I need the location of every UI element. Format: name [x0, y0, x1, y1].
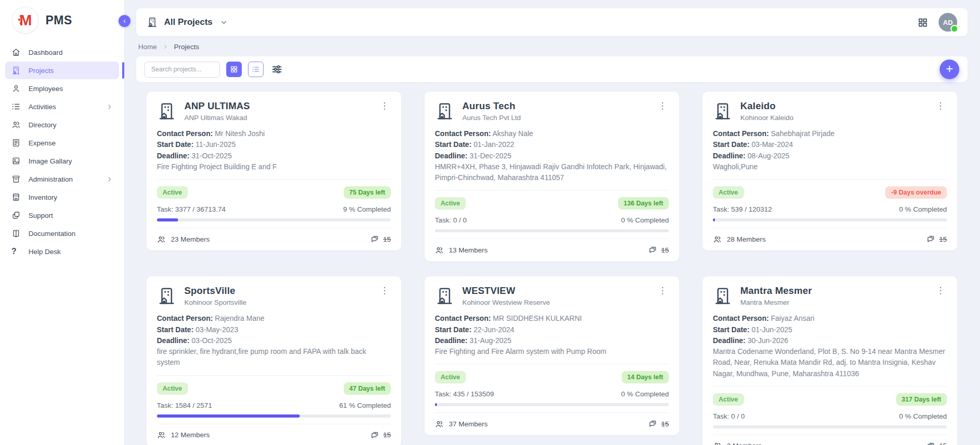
progress-bar	[157, 218, 391, 221]
search-input[interactable]	[144, 62, 220, 78]
sidebar-item-label: Activities	[28, 103, 56, 111]
sidebar-item-label: Help Desk	[28, 248, 61, 256]
project-card[interactable]: ANP ULTIMAS ANP Ultimas Wakad ⋮ Contact …	[147, 92, 401, 250]
sidebar-item-inventory[interactable]: Inventory	[5, 188, 119, 206]
comments-count[interactable]: 15	[648, 245, 669, 255]
sidebar-item-documentation[interactable]: Documentation	[5, 225, 119, 242]
main-content: All Projects AD Home Projects + ANP ULTI…	[125, 0, 980, 445]
sidebar-item-label: Inventory	[28, 194, 57, 201]
contact-person-line: Contact Person: MR SIDDHESH KULKARNI	[435, 313, 669, 324]
kebab-menu-icon[interactable]: ⋮	[378, 285, 391, 296]
comments-count[interactable]: 15	[926, 441, 947, 445]
project-subtitle: Mantra Mesmer	[740, 299, 812, 306]
deadline-line: Deadline: 03-Oct-2025	[157, 335, 391, 346]
kebab-menu-icon[interactable]: ⋮	[934, 285, 947, 296]
projects-grid: ANP ULTIMAS ANP Ultimas Wakad ⋮ Contact …	[147, 92, 957, 445]
sidebar-item-support[interactable]: Support	[5, 206, 119, 224]
start-date-line: Start Date: 22-Jun-2024	[435, 324, 669, 335]
project-card[interactable]: WESTVIEW Kohinoor Westview Reserve ⋮ Con…	[425, 276, 679, 435]
sidebar-collapse-button[interactable]: ‹	[119, 15, 130, 27]
members-count: 37 Members	[435, 420, 488, 428]
kebab-menu-icon[interactable]: ⋮	[378, 100, 391, 111]
sidebar-item-label: Employees	[28, 85, 63, 93]
project-card[interactable]: Aurus Tech Aurus Tech Pvt Ltd ⋮ Contact …	[425, 92, 679, 261]
projects-toolbar: +	[136, 56, 968, 82]
image-icon	[11, 156, 21, 166]
start-date-line: Start Date: 11-Jun-2025	[157, 139, 391, 150]
progress-bar	[435, 403, 669, 406]
project-description: HMRR+4XH, Phase 3, Hinjawadi Rajiv Gandh…	[435, 161, 669, 184]
comments-count[interactable]: 15	[370, 431, 391, 440]
project-subtitle: Kohinoor Westview Reserve	[462, 299, 550, 306]
app-title: PMS	[46, 13, 72, 27]
chevron-down-icon	[220, 19, 228, 26]
project-subtitle: Kohinoor Sportsville	[184, 299, 246, 306]
logo-mark-icon: M	[12, 7, 39, 34]
project-card[interactable]: Mantra Mesmer Mantra Mesmer ⋮ Contact Pe…	[703, 276, 957, 445]
chat-icon	[370, 234, 379, 244]
building-icon	[713, 101, 733, 121]
members-count: 23 Members	[157, 235, 210, 244]
sidebar-item-directory[interactable]: Directory	[5, 116, 119, 134]
add-project-button[interactable]: +	[940, 60, 959, 79]
project-description: Fire Fighting and Fire Alarm system with…	[435, 346, 669, 357]
sidebar-item-label: Projects	[28, 67, 54, 75]
deadline-line: Deadline: 08-Aug-2025	[713, 151, 947, 161]
days-left-badge: 14 Days left	[622, 371, 669, 383]
comments-count[interactable]: 15	[648, 419, 669, 428]
avatar[interactable]: AD	[939, 13, 957, 32]
help-icon: ?	[11, 247, 21, 256]
filter-sliders-icon[interactable]	[271, 63, 283, 76]
project-name: Aurus Tech	[462, 100, 521, 112]
sidebar-item-image-gallary[interactable]: Image Gallary	[5, 152, 119, 170]
breadcrumb-home[interactable]: Home	[138, 43, 157, 51]
deadline-line: Deadline: 30-Jun-2026	[713, 335, 947, 346]
list-view-button[interactable]	[248, 62, 264, 77]
sidebar-item-dashboard[interactable]: Dashboard	[5, 43, 119, 61]
days-left-badge: 317 Days left	[896, 393, 947, 406]
project-name: Kaleido	[740, 100, 794, 112]
sidebar-item-employees[interactable]: Employees	[5, 80, 119, 97]
sidebar: M PMS Dashboard Projects Employees Activ…	[0, 0, 125, 445]
project-name: ANP ULTIMAS	[184, 100, 250, 112]
sidebar-item-administration[interactable]: Administration	[5, 170, 119, 188]
project-description: Fire Fighting Project Building E and F	[157, 161, 391, 172]
sidebar-item-projects[interactable]: Projects	[5, 62, 119, 79]
grid-view-button[interactable]	[226, 62, 242, 77]
sidebar-item-help-desk[interactable]: ? Help Desk	[5, 243, 119, 260]
status-badge: Active	[435, 371, 466, 383]
kebab-menu-icon[interactable]: ⋮	[656, 285, 669, 296]
project-card[interactable]: SportsVille Kohinoor Sportsville ⋮ Conta…	[147, 276, 401, 445]
task-count: Task: 435 / 153509	[435, 390, 494, 398]
project-selector[interactable]: All Projects	[147, 17, 228, 28]
comments-count[interactable]: 15	[926, 234, 947, 244]
sidebar-item-activities[interactable]: Activities	[5, 98, 119, 115]
copy-icon	[11, 211, 21, 220]
project-description: Wagholi,Pune	[713, 161, 947, 172]
deadline-line: Deadline: 31-Dec-2025	[435, 151, 669, 161]
project-name: SportsVille	[184, 285, 246, 296]
kebab-menu-icon[interactable]: ⋮	[934, 100, 947, 111]
sidebar-item-expense[interactable]: Expense	[5, 134, 119, 152]
building-icon	[157, 286, 177, 306]
project-description: Mantra Codename Wonderland, Plot B, S. N…	[713, 346, 947, 379]
archive-icon	[11, 174, 21, 184]
project-name: WESTVIEW	[462, 285, 550, 296]
members-count: 13 Members	[435, 246, 488, 255]
breadcrumb-current: Projects	[174, 43, 199, 51]
chat-icon	[926, 441, 935, 445]
progress-fill	[435, 403, 437, 406]
comments-count[interactable]: 15	[370, 234, 391, 244]
sidebar-item-label: Support	[28, 212, 53, 219]
sidebar-nav: Dashboard Projects Employees Activities …	[0, 40, 124, 264]
apps-grid-icon[interactable]	[917, 17, 928, 28]
kebab-menu-icon[interactable]: ⋮	[656, 100, 669, 111]
start-date-line: Start Date: 03-May-2023	[157, 324, 391, 335]
store-icon	[11, 192, 21, 202]
project-card[interactable]: Kaleido Kohinoor Kaleido ⋮ Contact Perso…	[703, 92, 957, 250]
sidebar-item-label: Image Gallary	[28, 157, 72, 165]
chat-icon	[370, 431, 379, 440]
members-count: 3 Members	[713, 441, 762, 445]
contact-person-line: Contact Person: Mr Nitesh Joshi	[157, 128, 391, 139]
grid-view-icon	[230, 65, 238, 73]
